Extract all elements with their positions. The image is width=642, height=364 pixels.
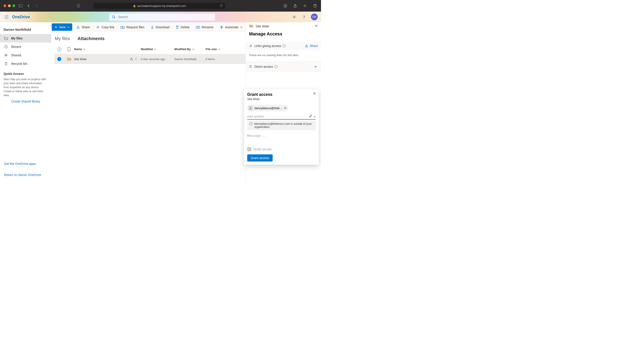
copylink-button[interactable]: Copy link: [94, 24, 117, 31]
notify-label: Notify people: [253, 148, 272, 151]
row-name: Site Wide: [74, 58, 87, 61]
cmd-label: Delete: [181, 26, 190, 29]
maximize-window-icon[interactable]: [13, 4, 15, 7]
notify-checkbox[interactable]: ✓: [247, 147, 251, 151]
svg-point-15: [7, 16, 8, 17]
close-window-icon[interactable]: [4, 4, 6, 7]
chevron-down-icon: [240, 26, 243, 28]
shield-icon[interactable]: [76, 3, 81, 8]
svg-rect-0: [19, 4, 22, 7]
chevron-down-icon: [218, 48, 221, 50]
avatar[interactable]: DN: [311, 13, 318, 20]
no-links-text: There are no sharing links for this item…: [246, 51, 321, 59]
svg-point-17: [6, 18, 7, 18]
svg-point-16: [5, 18, 5, 18]
breadcrumb-current: Attachments: [78, 36, 105, 41]
forward-icon: [34, 3, 39, 8]
svg-point-13: [5, 16, 5, 17]
sidebar-item-myfiles[interactable]: My files: [0, 34, 51, 42]
panel-share-button[interactable]: Share: [305, 44, 318, 48]
chip-email: bennyblanco@theb...: [255, 106, 282, 110]
refresh-icon[interactable]: [220, 4, 223, 8]
delete-button[interactable]: Delete: [173, 24, 192, 31]
grant-access-button[interactable]: Grant access: [247, 154, 273, 162]
col-modified[interactable]: Modified: [141, 48, 174, 51]
tabs-icon[interactable]: [312, 3, 317, 8]
links-heading: Links giving access: [254, 44, 281, 48]
minimize-window-icon[interactable]: [8, 4, 11, 7]
share-icon[interactable]: [292, 3, 298, 8]
row-more-icon[interactable]: [136, 57, 136, 61]
edit-permission-icon[interactable]: [309, 114, 312, 118]
download-icon: [151, 26, 154, 29]
sidebar-item-shared[interactable]: Shared: [0, 51, 51, 60]
folder-icon: [64, 57, 74, 61]
add-another-input[interactable]: [247, 115, 309, 118]
delete-icon: [176, 26, 179, 29]
settings-icon[interactable]: [291, 14, 297, 20]
request-files-icon: [121, 26, 125, 29]
cmd-label: Request files: [126, 26, 145, 29]
new-button[interactable]: New: [52, 24, 72, 31]
suite-bar: OneDrive DN: [0, 12, 321, 22]
cmd-label: Download: [156, 26, 169, 29]
browser-chrome: 🔒 auroratechsupport-my.sharepoint.com: [0, 0, 321, 12]
get-apps-link[interactable]: Get the OneDrive apps: [0, 162, 51, 167]
sidebar-item-recent[interactable]: Recent: [0, 42, 51, 51]
create-library-link[interactable]: Create shared library: [0, 100, 51, 104]
sidebar-owner: Darren Northfield: [0, 24, 51, 34]
external-warning: i bennyblanco@thebronx.com is outside of…: [247, 120, 316, 130]
remove-chip-icon[interactable]: [284, 106, 286, 110]
sidebar-item-recyclebin[interactable]: Recycle bin: [0, 60, 51, 68]
col-modifiedby[interactable]: Modified By: [174, 48, 206, 51]
clock-icon: [4, 45, 8, 48]
col-filesize[interactable]: File size: [206, 48, 237, 51]
plus-icon: [54, 26, 58, 29]
link-icon: [96, 26, 100, 29]
permission-chevron-icon[interactable]: [313, 114, 316, 118]
app-launcher-icon[interactable]: [3, 14, 10, 20]
svg-point-42: [250, 65, 251, 66]
select-all-toggle[interactable]: ✓: [57, 47, 61, 51]
svg-point-11: [6, 15, 7, 16]
search-box[interactable]: [109, 13, 215, 21]
rename-button[interactable]: Rename: [194, 24, 216, 31]
url-bar[interactable]: 🔒 auroratechsupport-my.sharepoint.com: [94, 3, 225, 9]
close-panel-icon[interactable]: [315, 24, 318, 28]
requestfiles-button[interactable]: Request files: [118, 24, 147, 31]
info-icon[interactable]: i: [283, 44, 286, 48]
row-selected-check[interactable]: ✓: [57, 57, 61, 61]
message-input[interactable]: [247, 134, 316, 145]
back-icon[interactable]: [26, 3, 31, 8]
search-input[interactable]: [118, 15, 212, 19]
automate-button[interactable]: Automate: [218, 24, 245, 31]
col-name[interactable]: Name: [74, 48, 141, 51]
info-icon[interactable]: i: [274, 65, 278, 68]
downloads-icon[interactable]: [283, 3, 288, 8]
people-icon: [4, 54, 8, 57]
return-classic-link[interactable]: Return to classic OneDrive: [0, 173, 51, 178]
search-icon: [112, 15, 116, 19]
download-button[interactable]: Download: [149, 24, 172, 31]
new-tab-icon[interactable]: [302, 3, 308, 8]
quick-access-heading: Quick Access: [0, 68, 51, 77]
app-name[interactable]: OneDrive: [12, 15, 30, 20]
grant-access-popover: Grant access Site Wide bennyblanco@theb.…: [244, 89, 319, 164]
add-direct-access-button[interactable]: ＋: [313, 64, 318, 70]
row-modified: A few seconds ago: [141, 58, 174, 61]
sidebar-toggle-icon[interactable]: [18, 3, 23, 8]
rename-icon: [196, 26, 200, 29]
close-popover-icon[interactable]: [313, 92, 316, 96]
svg-marker-34: [221, 26, 223, 29]
help-icon[interactable]: [301, 14, 307, 20]
breadcrumb-root[interactable]: My files: [55, 36, 70, 41]
sidebar: Darren Northfield My files Recent Shared…: [0, 22, 51, 182]
folder-icon: [249, 24, 253, 28]
cmd-label: Share: [82, 26, 90, 29]
svg-point-21: [294, 16, 295, 18]
quick-access-body: Sites help you work on projects with you…: [0, 77, 51, 97]
share-button[interactable]: Share: [74, 24, 92, 31]
row-share-icon[interactable]: [130, 57, 133, 61]
popover-title: Grant access: [247, 92, 316, 97]
svg-point-38: [136, 60, 136, 60]
